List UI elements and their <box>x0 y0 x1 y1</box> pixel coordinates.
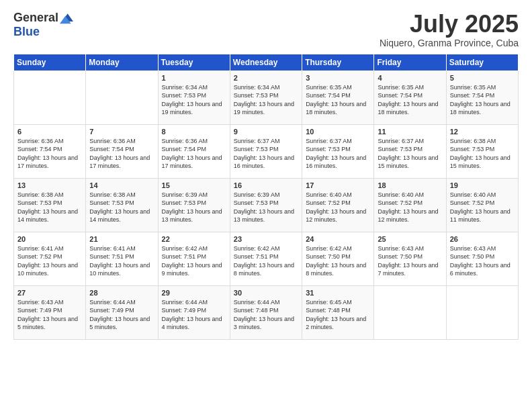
logo-text: General Blue <box>13 11 73 39</box>
day-number: 22 <box>162 235 226 243</box>
day-number: 25 <box>378 235 442 243</box>
day-number: 30 <box>234 289 298 297</box>
day-info: Sunrise: 6:38 AM Sunset: 7:53 PM Dayligh… <box>89 191 154 224</box>
day-number: 13 <box>17 181 82 189</box>
day-info: Sunrise: 6:40 AM Sunset: 7:52 PM Dayligh… <box>450 191 515 224</box>
week-row-5: 27Sunrise: 6:43 AM Sunset: 7:49 PM Dayli… <box>14 285 519 339</box>
calendar-cell: 6Sunrise: 6:36 AM Sunset: 7:54 PM Daylig… <box>14 124 86 178</box>
day-number: 21 <box>89 235 154 243</box>
calendar-cell: 9Sunrise: 6:37 AM Sunset: 7:53 PM Daylig… <box>230 124 302 178</box>
day-info: Sunrise: 6:43 AM Sunset: 7:50 PM Dayligh… <box>378 244 442 278</box>
month-title: July 2025 <box>380 11 519 38</box>
day-info: Sunrise: 6:38 AM Sunset: 7:53 PM Dayligh… <box>450 137 515 171</box>
day-info: Sunrise: 6:36 AM Sunset: 7:54 PM Dayligh… <box>17 137 82 171</box>
day-number: 11 <box>378 128 442 136</box>
day-number: 23 <box>234 235 298 243</box>
day-number: 14 <box>89 181 154 189</box>
day-number: 3 <box>306 74 370 82</box>
day-info: Sunrise: 6:42 AM Sunset: 7:51 PM Dayligh… <box>162 244 226 278</box>
calendar-cell: 15Sunrise: 6:39 AM Sunset: 7:53 PM Dayli… <box>158 178 230 232</box>
day-info: Sunrise: 6:35 AM Sunset: 7:54 PM Dayligh… <box>378 83 442 117</box>
day-number: 7 <box>89 128 154 136</box>
day-info: Sunrise: 6:37 AM Sunset: 7:53 PM Dayligh… <box>234 137 298 171</box>
weekday-tuesday: Tuesday <box>158 54 230 71</box>
calendar-cell <box>14 71 86 124</box>
calendar-cell: 29Sunrise: 6:44 AM Sunset: 7:49 PM Dayli… <box>158 285 230 339</box>
calendar-cell: 4Sunrise: 6:35 AM Sunset: 7:54 PM Daylig… <box>374 71 446 124</box>
calendar-cell: 24Sunrise: 6:42 AM Sunset: 7:50 PM Dayli… <box>302 232 374 285</box>
calendar-cell: 1Sunrise: 6:34 AM Sunset: 7:53 PM Daylig… <box>158 71 230 124</box>
day-info: Sunrise: 6:41 AM Sunset: 7:52 PM Dayligh… <box>17 244 82 278</box>
day-number: 1 <box>162 74 226 82</box>
weekday-wednesday: Wednesday <box>230 54 302 71</box>
calendar-cell: 16Sunrise: 6:39 AM Sunset: 7:53 PM Dayli… <box>230 178 302 232</box>
day-number: 6 <box>17 128 82 136</box>
day-info: Sunrise: 6:38 AM Sunset: 7:53 PM Dayligh… <box>17 191 82 224</box>
day-info: Sunrise: 6:44 AM Sunset: 7:48 PM Dayligh… <box>234 298 298 332</box>
logo: General Blue <box>13 11 73 39</box>
calendar-cell: 23Sunrise: 6:42 AM Sunset: 7:51 PM Dayli… <box>230 232 302 285</box>
calendar-cell: 19Sunrise: 6:40 AM Sunset: 7:52 PM Dayli… <box>446 178 518 232</box>
weekday-saturday: Saturday <box>446 54 518 71</box>
calendar-cell: 31Sunrise: 6:45 AM Sunset: 7:48 PM Dayli… <box>302 285 374 339</box>
calendar-cell: 25Sunrise: 6:43 AM Sunset: 7:50 PM Dayli… <box>374 232 446 285</box>
day-info: Sunrise: 6:45 AM Sunset: 7:48 PM Dayligh… <box>306 298 370 332</box>
day-number: 16 <box>234 181 298 189</box>
day-info: Sunrise: 6:35 AM Sunset: 7:54 PM Dayligh… <box>306 83 370 117</box>
calendar-cell: 17Sunrise: 6:40 AM Sunset: 7:52 PM Dayli… <box>302 178 374 232</box>
calendar-cell: 7Sunrise: 6:36 AM Sunset: 7:54 PM Daylig… <box>86 124 158 178</box>
day-number: 10 <box>306 128 370 136</box>
day-info: Sunrise: 6:40 AM Sunset: 7:52 PM Dayligh… <box>306 191 370 224</box>
day-number: 19 <box>450 181 515 189</box>
weekday-sunday: Sunday <box>14 54 86 71</box>
calendar-cell: 13Sunrise: 6:38 AM Sunset: 7:53 PM Dayli… <box>14 178 86 232</box>
day-number: 4 <box>378 74 442 82</box>
day-info: Sunrise: 6:43 AM Sunset: 7:49 PM Dayligh… <box>17 298 82 332</box>
calendar-cell: 2Sunrise: 6:34 AM Sunset: 7:53 PM Daylig… <box>230 71 302 124</box>
calendar-cell: 5Sunrise: 6:35 AM Sunset: 7:54 PM Daylig… <box>446 71 518 124</box>
logo-general: General <box>13 11 58 25</box>
calendar-cell: 27Sunrise: 6:43 AM Sunset: 7:49 PM Dayli… <box>14 285 86 339</box>
weekday-friday: Friday <box>374 54 446 71</box>
day-info: Sunrise: 6:37 AM Sunset: 7:53 PM Dayligh… <box>378 137 442 171</box>
calendar-cell: 8Sunrise: 6:36 AM Sunset: 7:54 PM Daylig… <box>158 124 230 178</box>
day-number: 17 <box>306 181 370 189</box>
weekday-thursday: Thursday <box>302 54 374 71</box>
day-number: 12 <box>450 128 515 136</box>
day-info: Sunrise: 6:44 AM Sunset: 7:49 PM Dayligh… <box>162 298 226 332</box>
day-number: 28 <box>89 289 154 297</box>
day-number: 8 <box>162 128 226 136</box>
day-info: Sunrise: 6:36 AM Sunset: 7:54 PM Dayligh… <box>162 137 226 171</box>
day-info: Sunrise: 6:39 AM Sunset: 7:53 PM Dayligh… <box>162 191 226 224</box>
calendar-cell: 3Sunrise: 6:35 AM Sunset: 7:54 PM Daylig… <box>302 71 374 124</box>
day-info: Sunrise: 6:34 AM Sunset: 7:53 PM Dayligh… <box>162 83 226 117</box>
header: General Blue July 2025 Niquero, Granma P… <box>13 11 519 48</box>
day-info: Sunrise: 6:37 AM Sunset: 7:53 PM Dayligh… <box>306 137 370 171</box>
page: General Blue July 2025 Niquero, Granma P… <box>0 0 532 411</box>
calendar-cell: 21Sunrise: 6:41 AM Sunset: 7:51 PM Dayli… <box>86 232 158 285</box>
day-info: Sunrise: 6:41 AM Sunset: 7:51 PM Dayligh… <box>89 244 154 278</box>
day-info: Sunrise: 6:43 AM Sunset: 7:50 PM Dayligh… <box>450 244 515 278</box>
calendar-cell: 26Sunrise: 6:43 AM Sunset: 7:50 PM Dayli… <box>446 232 518 285</box>
week-row-4: 20Sunrise: 6:41 AM Sunset: 7:52 PM Dayli… <box>14 232 519 285</box>
day-info: Sunrise: 6:35 AM Sunset: 7:54 PM Dayligh… <box>450 83 515 117</box>
week-row-1: 1Sunrise: 6:34 AM Sunset: 7:53 PM Daylig… <box>14 71 519 124</box>
day-info: Sunrise: 6:42 AM Sunset: 7:51 PM Dayligh… <box>234 244 298 278</box>
calendar-cell: 22Sunrise: 6:42 AM Sunset: 7:51 PM Dayli… <box>158 232 230 285</box>
day-number: 27 <box>17 289 82 297</box>
day-number: 26 <box>450 235 515 243</box>
calendar-cell: 14Sunrise: 6:38 AM Sunset: 7:53 PM Dayli… <box>86 178 158 232</box>
day-info: Sunrise: 6:39 AM Sunset: 7:53 PM Dayligh… <box>234 191 298 224</box>
calendar-cell: 12Sunrise: 6:38 AM Sunset: 7:53 PM Dayli… <box>446 124 518 178</box>
day-number: 5 <box>450 74 515 82</box>
day-number: 31 <box>306 289 370 297</box>
calendar-cell <box>446 285 518 339</box>
title-area: July 2025 Niquero, Granma Province, Cuba <box>380 11 519 48</box>
calendar-cell: 20Sunrise: 6:41 AM Sunset: 7:52 PM Dayli… <box>14 232 86 285</box>
weekday-header-row: SundayMondayTuesdayWednesdayThursdayFrid… <box>14 54 519 71</box>
day-info: Sunrise: 6:42 AM Sunset: 7:50 PM Dayligh… <box>306 244 370 278</box>
day-number: 2 <box>234 74 298 82</box>
weekday-monday: Monday <box>86 54 158 71</box>
calendar-cell <box>374 285 446 339</box>
day-info: Sunrise: 6:40 AM Sunset: 7:52 PM Dayligh… <box>378 191 442 224</box>
